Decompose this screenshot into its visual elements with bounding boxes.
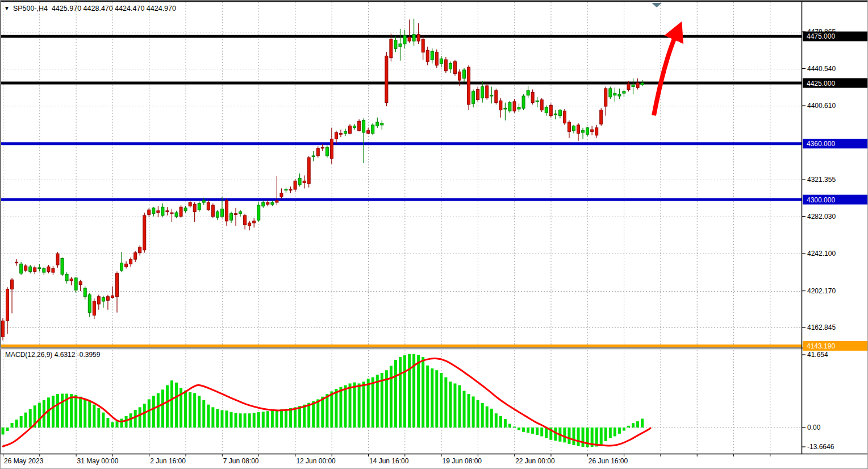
macd-bar (303, 405, 306, 428)
macd-bar (431, 368, 433, 428)
price-axis-label: 4400.610 (807, 102, 836, 110)
macd-bar (257, 412, 260, 428)
candle-body (139, 247, 141, 253)
macd-bar (408, 354, 411, 428)
macd-bar (335, 389, 337, 428)
candle-body (307, 157, 310, 184)
candle-body (435, 52, 438, 65)
macd-bar (207, 405, 210, 428)
candle-body (558, 110, 561, 116)
candle-body (586, 128, 589, 134)
symbol-dropdown-icon[interactable]: ▼ (4, 5, 10, 11)
macd-bar (198, 396, 201, 428)
candle-body (573, 126, 575, 130)
macd-bar (61, 393, 64, 428)
candle-body (202, 201, 205, 202)
macd-bar (468, 394, 470, 428)
candle-body (408, 38, 411, 41)
macd-histogram (2, 354, 644, 447)
candle-body (527, 90, 529, 95)
candle-body (399, 44, 402, 47)
macd-bar (422, 357, 424, 428)
price-axis-label: 4242.100 (807, 250, 836, 258)
candle-body (330, 139, 333, 158)
candle-body (20, 264, 23, 273)
candle-body (486, 86, 489, 98)
macd-bar (20, 416, 23, 428)
time-axis-label: 2 Jun 16:00 (150, 457, 186, 465)
macd-bar (344, 385, 347, 428)
candle-body (417, 35, 420, 41)
candle-body (262, 202, 265, 206)
candle-body (563, 111, 566, 123)
candle-body (170, 213, 173, 214)
macd-bar (79, 397, 82, 428)
candle-body (326, 147, 328, 156)
candle-body (481, 87, 484, 98)
trend-arrow[interactable] (654, 35, 676, 115)
macd-bar (298, 406, 301, 428)
time-axis-label: 7 Jun 08:00 (223, 457, 259, 465)
time-axis[interactable]: 26 May 202331 May 00:002 Jun 16:007 Jun … (3, 454, 770, 465)
price-axis-label: 4202.170 (807, 287, 836, 295)
macd-bar (111, 422, 114, 428)
macd-bar (148, 399, 151, 428)
macd-bar (504, 419, 507, 428)
chart-canvas[interactable]: 4479.8654440.5404400.6104321.3554282.030… (1, 1, 868, 469)
macd-bar (403, 355, 406, 428)
macd-bar (157, 393, 160, 428)
candle-body (353, 126, 356, 127)
macd-bar (225, 410, 228, 428)
macd-bar (595, 428, 598, 446)
price-axis[interactable]: 4479.8654440.5404400.6104321.3554282.030… (802, 28, 867, 451)
candle-body (198, 204, 201, 210)
candle-body (157, 211, 160, 213)
macd-bar (74, 395, 77, 428)
candle-body (161, 207, 164, 215)
candle-body (554, 114, 557, 115)
macd-bar (339, 387, 342, 428)
candle-body (627, 84, 630, 90)
price-axis-label: 4162.845 (807, 323, 836, 331)
candle-body (88, 294, 91, 312)
macd-bar (244, 413, 247, 428)
macd-axis-label: -13.6646 (807, 443, 834, 451)
macd-bar (390, 366, 393, 428)
macd-bar (276, 410, 278, 428)
macd-bar (134, 410, 137, 428)
candle-body (335, 132, 337, 139)
pane-separator-shade (1, 348, 868, 350)
macd-indicator-label: MACD(12,26,9) 4.6312 -0.3959 (5, 351, 100, 359)
macd-bar (120, 419, 123, 428)
candle-body (549, 105, 552, 115)
candle-body (6, 289, 9, 321)
macd-bar (175, 383, 178, 428)
macd-bar (577, 428, 580, 446)
macd-axis-label: 41.654 (807, 351, 828, 359)
candlestick-series (2, 19, 644, 341)
window-top-border (1, 1, 868, 2)
candle-body (618, 94, 621, 96)
candle-body (453, 61, 456, 73)
candle-body (513, 102, 516, 111)
candle-body (29, 267, 32, 271)
macd-bar (636, 421, 639, 428)
candle-body (143, 215, 146, 250)
candle-body (216, 211, 219, 217)
macd-bar (11, 423, 14, 428)
macd-bar (189, 392, 191, 428)
macd-bar (184, 391, 187, 428)
candle-body (189, 202, 191, 206)
candle-body (79, 281, 82, 284)
pane-separator[interactable] (1, 347, 868, 348)
macd-bar (161, 389, 164, 428)
price-axis-label: 4321.355 (807, 176, 836, 184)
macd-bar (554, 428, 557, 441)
macd-bar (367, 379, 370, 428)
candle-body (65, 274, 68, 280)
candle-body (244, 215, 247, 225)
chart-shift-marker-icon[interactable] (652, 3, 662, 7)
macd-bar (449, 381, 452, 428)
candle-body (604, 89, 607, 106)
candle-body (609, 89, 612, 97)
